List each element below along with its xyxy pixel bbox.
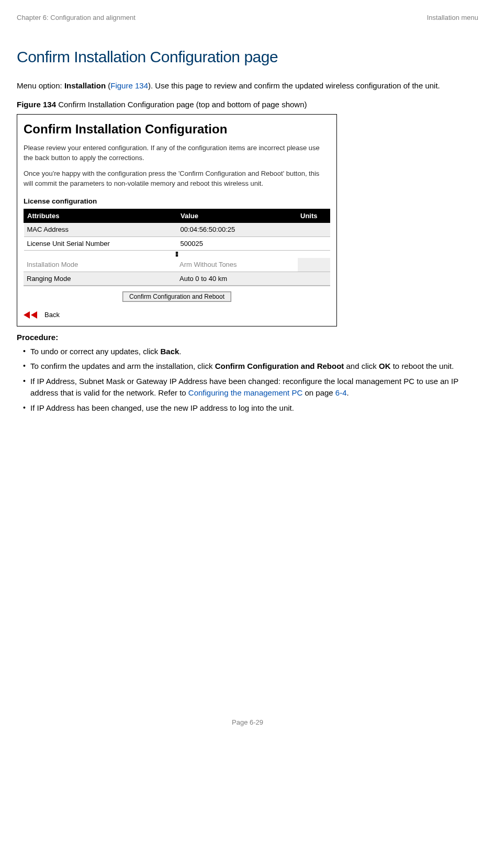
page-title: Confirm Installation Configuration page <box>17 45 478 69</box>
text: . <box>179 347 181 356</box>
col-header-value: Value <box>177 209 297 223</box>
list-item: If IP Address has been changed, use the … <box>19 402 478 414</box>
intro-menu-option: Installation <box>64 81 106 90</box>
bold-text: OK <box>379 362 391 370</box>
cell-attr: Installation Mode <box>24 258 176 272</box>
intro-paren-open: ( <box>106 81 110 90</box>
cell-val: Auto 0 to 40 km <box>176 272 298 286</box>
back-link[interactable]: Back <box>24 310 330 320</box>
svg-marker-1 <box>31 311 37 319</box>
list-item: If IP Address, Subnet Mask or Gateway IP… <box>19 376 478 399</box>
config-paragraph-2: Once you're happy with the configuration… <box>24 168 330 189</box>
text: To undo or correct any updates, click <box>30 347 160 356</box>
chapter-label: Chapter 6: Configuration and alignment <box>17 13 136 23</box>
table-row: MAC Address 00:04:56:50:00:25 <box>24 223 330 237</box>
list-item: To undo or correct any updates, click Ba… <box>19 346 478 358</box>
back-arrow-icon <box>24 311 39 319</box>
text: . <box>347 388 349 397</box>
figure-container: Confirm Installation Configuration Pleas… <box>17 114 337 327</box>
config-heading: Confirm Installation Configuration <box>24 120 330 139</box>
confirm-reboot-button[interactable]: Confirm Configuration and Reboot <box>122 291 231 302</box>
text: to reboot the unit. <box>391 362 454 370</box>
figure-caption: Figure 134 Confirm Installation Configur… <box>17 99 478 111</box>
table-row: License Unit Serial Number 500025 <box>24 236 330 251</box>
procedure-heading: Procedure: <box>17 332 478 344</box>
config-table-bottom: Installation Mode Arm Without Tones Rang… <box>24 258 330 286</box>
list-item: To confirm the updates and arm the insta… <box>19 360 478 373</box>
button-row: Confirm Configuration and Reboot <box>24 286 330 305</box>
text: on page <box>302 388 335 397</box>
col-header-attributes: Attributes <box>24 209 177 223</box>
bold-text: Confirm Configuration and Reboot <box>215 362 344 370</box>
cell-val: Arm Without Tones <box>176 258 298 272</box>
cell-unit <box>298 272 330 286</box>
col-header-units: Units <box>297 209 330 223</box>
cell-val: 500025 <box>177 236 297 251</box>
cell-attr: MAC Address <box>24 223 177 237</box>
page-header: Chapter 6: Configuration and alignment I… <box>17 13 478 23</box>
page-reference-link[interactable]: 6-4 <box>335 388 347 397</box>
license-config-label: License configuration <box>24 196 330 207</box>
table-row: Installation Mode Arm Without Tones <box>24 258 330 272</box>
config-table-top: Attributes Value Units MAC Address 00:04… <box>24 209 330 251</box>
table-row: Ranging Mode Auto 0 to 40 km <box>24 272 330 286</box>
section-label: Installation menu <box>427 13 478 23</box>
cell-unit <box>297 223 330 237</box>
figure-reference-link[interactable]: Figure 134 <box>110 81 148 90</box>
cell-unit <box>298 258 330 272</box>
config-paragraph-1: Please review your entered configuration… <box>24 143 330 163</box>
cell-unit <box>297 236 330 251</box>
text: If IP Address has been changed, use the … <box>30 403 294 412</box>
intro-rest: ). Use this page to review and confirm t… <box>148 81 440 90</box>
cell-attr: License Unit Serial Number <box>24 236 177 251</box>
figure-description: Confirm Installation Configuration page … <box>56 100 307 109</box>
procedure-list: To undo or correct any updates, click Ba… <box>19 346 478 414</box>
intro-prefix: Menu option: <box>17 81 64 90</box>
cell-attr: Ranging Mode <box>24 272 176 286</box>
back-label: Back <box>44 310 60 320</box>
intro-paragraph: Menu option: Installation (Figure 134). … <box>17 80 478 92</box>
table-header-row: Attributes Value Units <box>24 209 330 223</box>
cell-val: 00:04:56:50:00:25 <box>177 223 297 237</box>
page-footer: Page 6-29 <box>17 717 478 728</box>
bold-text: Back <box>160 347 179 356</box>
text: To confirm the updates and arm the insta… <box>30 362 215 370</box>
cross-reference-link[interactable]: Configuring the management PC <box>188 388 302 397</box>
text: and click <box>344 362 379 370</box>
figure-number: Figure 134 <box>17 100 56 109</box>
svg-marker-0 <box>24 311 30 319</box>
truncation-indicator: ■■ <box>24 251 330 258</box>
